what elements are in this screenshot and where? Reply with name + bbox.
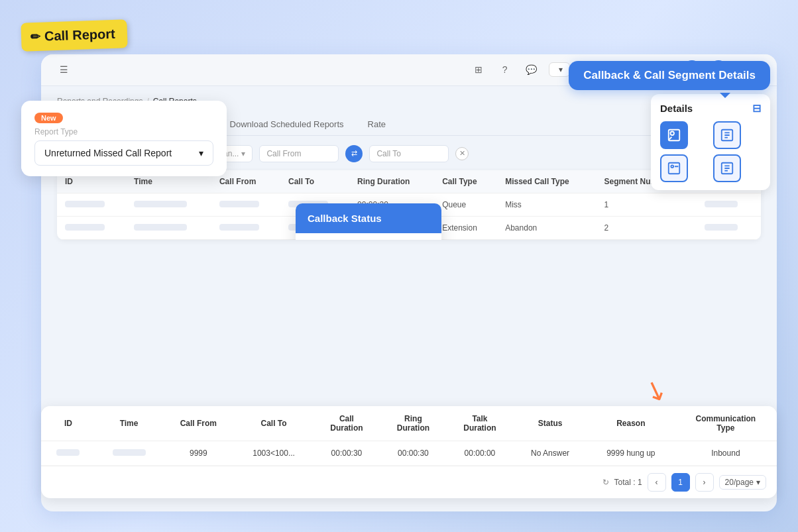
detail-icon-4[interactable] [713, 154, 741, 182]
callback-status-tooltip: Callback Status Unreturned Returned [296, 203, 441, 240]
new-report-card: New Report Type Unreturned Missed Call R… [21, 101, 227, 176]
filter-funnel-icon[interactable]: ⊟ [752, 102, 761, 115]
nav-dropdown-1[interactable]: ▾ [549, 62, 570, 77]
bottom-col-call-to: Call To [235, 406, 314, 441]
callback-status-header: Callback Status [296, 203, 441, 233]
swap-icon[interactable]: ⇄ [345, 145, 363, 162]
bottom-call-duration: 00:00:30 [314, 441, 380, 465]
skeleton-time-2 [134, 224, 187, 231]
detail-icon-2[interactable] [713, 121, 741, 149]
call-type-2: Extension [434, 216, 497, 239]
svg-point-7 [671, 165, 673, 168]
bottom-talk-duration: 00:00:00 [447, 441, 514, 465]
total-label: Total : 1 [614, 478, 642, 487]
bottom-col-reason: Reason [587, 406, 675, 441]
bottom-col-status: Status [513, 406, 587, 441]
refresh-icon: ↻ [602, 478, 609, 487]
bottom-call-from: 9999 [162, 441, 234, 465]
bottom-table-section: ID Time Call From Call To CallDuration R… [41, 406, 777, 498]
details-label: Details [660, 103, 693, 114]
hamburger-icon[interactable]: ☰ [54, 60, 73, 79]
chevron-down-icon-4: ▾ [241, 149, 245, 158]
segment-num-2: 2 [596, 216, 696, 239]
top-nav-left: ☰ [54, 60, 73, 79]
bottom-col-time: Time [95, 406, 162, 441]
skeleton-id-2 [65, 224, 105, 231]
bottom-status: No Answer [513, 441, 587, 465]
bottom-table: ID Time Call From Call To CallDuration R… [41, 406, 777, 466]
skeleton-ck-2 [705, 224, 738, 231]
skeleton-bottom-time [113, 449, 146, 456]
details-title: Details ⊟ [660, 102, 761, 115]
col-ring-duration: Ring Duration [349, 170, 434, 193]
skeleton-bottom-id [56, 449, 80, 456]
details-panel: Details ⊟ [651, 94, 770, 190]
bottom-col-talk-duration: TalkDuration [447, 406, 514, 441]
prev-page-btn[interactable]: ‹ [648, 473, 666, 492]
current-page-btn[interactable]: 1 [671, 473, 690, 492]
new-badge: New [34, 113, 63, 123]
skeleton-time [134, 201, 187, 207]
segment-num-1: 1 [596, 193, 696, 216]
chat-icon[interactable]: 💬 [522, 60, 541, 79]
call-from-label: Call From [266, 149, 301, 158]
pencil-icon: ✏ [30, 29, 41, 44]
call-to-filter[interactable]: Call To [369, 145, 449, 162]
chevron-down-icon: ▾ [559, 65, 563, 74]
skeleton-callfrom [219, 201, 259, 207]
per-page-select[interactable]: 20/page ▾ [719, 475, 766, 490]
table-row: 9999 1003<100... 00:00:30 00:00:30 00:00… [41, 441, 777, 465]
detail-icon-1[interactable] [660, 121, 688, 149]
call-from-filter[interactable]: Call From [259, 145, 339, 162]
tab-download-scheduled[interactable]: Download Scheduled Reports [218, 114, 356, 136]
bottom-col-call-duration: CallDuration [314, 406, 380, 441]
skeleton-ck [705, 201, 738, 207]
skeleton-id [65, 201, 105, 207]
detail-icon-3[interactable] [660, 154, 688, 182]
next-page-btn[interactable]: › [695, 473, 714, 492]
bottom-ring-duration: 00:00:30 [380, 441, 447, 465]
report-type-chevron: ▾ [199, 148, 203, 158]
col-call-to: Call To [280, 170, 349, 193]
skeleton-callfrom-2 [219, 224, 259, 231]
missed-call-type-2: Abandon [497, 216, 596, 239]
bottom-col-ring-duration: RingDuration [380, 406, 447, 441]
missed-call-type-1: Miss [497, 193, 596, 216]
grid-icon[interactable]: ⊞ [469, 60, 488, 79]
details-icons-grid [660, 121, 761, 182]
callsegment-balloon: Callback & Call Segment Details [569, 61, 770, 90]
call-report-badge: ✏ Call Report [21, 19, 127, 52]
bottom-comm-type: Inbound [675, 441, 777, 465]
badge-label: Call Report [44, 26, 115, 44]
bottom-col-id: ID [41, 406, 95, 441]
per-page-chevron: ▾ [756, 478, 760, 487]
clear-button[interactable]: ✕ [455, 147, 469, 160]
call-to-label: Call To [376, 149, 400, 158]
report-type-dropdown[interactable]: Unreturned Missed Call Report ▾ [34, 140, 213, 166]
callback-status-unreturned[interactable]: Unreturned [296, 233, 441, 240]
question-icon[interactable]: ? [496, 60, 514, 79]
bottom-reason: 9999 hung up [587, 441, 675, 465]
pagination-row: ↻ Total : 1 ‹ 1 › 20/page ▾ [41, 466, 777, 498]
col-missed-call-type: Missed Call Type [497, 170, 596, 193]
call-type-1: Queue [434, 193, 497, 216]
tab-rate[interactable]: Rate [356, 114, 398, 136]
col-call-type: Call Type [434, 170, 497, 193]
report-type-label: Report Type [34, 127, 213, 136]
bottom-col-call-from: Call From [162, 406, 234, 441]
per-page-label: 20/page [725, 478, 754, 487]
svg-rect-6 [669, 162, 680, 174]
svg-point-1 [671, 131, 675, 135]
bottom-col-comm-type: CommunicationType [675, 406, 777, 441]
report-type-value: Unreturned Missed Call Report [44, 148, 172, 158]
bottom-call-to: 1003<100... [235, 441, 314, 465]
